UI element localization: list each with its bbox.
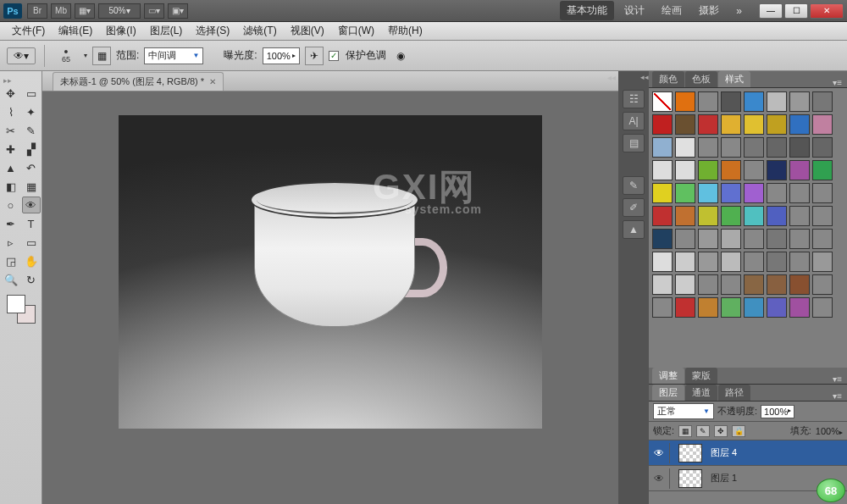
quick-select-tool[interactable]: ✦ [22,103,41,120]
gradient-tool[interactable]: ▦ [22,178,41,195]
menu-select[interactable]: 选择(S) [189,22,236,40]
rotate-view-tool[interactable]: ↻ [22,271,41,288]
style-swatch[interactable] [789,274,810,295]
minimize-button[interactable]: — [759,3,783,19]
style-swatch[interactable] [721,206,741,226]
style-swatch[interactable] [652,137,673,158]
3d-tool[interactable]: ◲ [2,252,20,269]
menu-edit[interactable]: 编辑(E) [52,22,99,40]
fill-input[interactable]: 100%▸ [816,426,843,436]
style-swatch[interactable] [652,229,673,249]
style-swatch[interactable] [767,183,787,203]
style-swatch[interactable] [767,274,787,295]
panel-collapse-left[interactable]: ◂◂ [607,73,616,82]
stamp-tool[interactable]: ▲ [2,159,20,176]
tab-layers[interactable]: 图层 [652,385,684,401]
marquee-tool[interactable]: ▭ [22,85,41,102]
tab-styles[interactable]: 样式 [718,71,750,87]
style-swatch[interactable] [698,274,718,295]
lock-position-icon[interactable]: ✥ [714,425,728,437]
style-swatch[interactable] [721,91,741,112]
hand-tool[interactable]: ✋ [22,252,41,269]
style-swatch[interactable] [675,252,695,272]
minibridge-button[interactable]: Mb [51,3,71,19]
style-swatch[interactable] [652,183,673,203]
toolbox-collapse[interactable]: ▸▸ [0,76,12,85]
tab-adjustments[interactable]: 调整 [652,368,684,384]
style-swatch[interactable] [744,183,764,203]
style-swatch[interactable] [812,91,833,112]
shape-tool[interactable]: ▭ [22,234,41,251]
style-swatch[interactable] [652,252,673,272]
brush-presets-icon[interactable]: ✐ [623,198,645,217]
style-swatch[interactable] [789,114,810,135]
style-swatch[interactable] [744,91,764,112]
brush-preset-picker[interactable]: •65 [53,45,79,67]
panel-menu-icon[interactable]: ▾≡ [833,78,847,87]
style-swatch[interactable] [652,91,673,112]
style-swatch[interactable] [698,229,718,249]
color-swatches[interactable] [7,295,36,324]
menu-layer[interactable]: 图层(L) [143,22,190,40]
blur-tool[interactable]: ○ [2,197,20,213]
opacity-input[interactable]: 100%▸ [761,405,794,418]
lock-transparency-icon[interactable]: ▦ [678,425,692,437]
panel-collapse-right[interactable]: ◂◂ [640,73,649,81]
workspace-photography[interactable]: 摄影 [692,1,726,20]
style-swatch[interactable] [744,160,764,180]
style-swatch[interactable] [675,137,695,158]
current-tool-preset[interactable]: 👁▾ [7,47,36,64]
close-button[interactable]: ✕ [810,3,844,19]
lock-pixels-icon[interactable]: ✎ [696,425,710,437]
style-swatch[interactable] [652,297,673,318]
zoom-dropdown[interactable]: 50% ▾ [98,3,141,19]
clone-source-icon[interactable]: ▲ [623,220,645,239]
style-swatch[interactable] [721,137,741,158]
style-swatch[interactable] [744,206,764,226]
style-swatch[interactable] [789,160,810,180]
tab-masks[interactable]: 蒙版 [685,368,717,384]
document-tab[interactable]: 未标题-1 @ 50% (图层 4, RGB/8) * ✕ [53,72,224,91]
style-swatch[interactable] [789,252,810,272]
style-swatch[interactable] [675,206,695,226]
eraser-tool[interactable]: ◧ [2,178,20,195]
history-brush-tool[interactable]: ↶ [22,159,41,176]
layer-visibility-icon[interactable]: 👁 [652,473,666,485]
style-swatch[interactable] [675,114,695,135]
adjust-panel-menu-icon[interactable]: ▾≡ [833,374,847,384]
move-tool[interactable]: ✥ [2,85,20,102]
style-swatch[interactable] [767,252,787,272]
protect-tones-checkbox[interactable]: ✓ [329,51,339,61]
tab-channels[interactable]: 通道 [685,385,717,401]
style-swatch[interactable] [721,160,741,180]
style-swatch[interactable] [721,183,741,203]
workspace-more[interactable]: » [729,3,749,19]
style-swatch[interactable] [744,137,764,158]
bridge-button[interactable]: Br [27,3,47,19]
style-swatch[interactable] [812,252,833,272]
style-swatch[interactable] [789,137,810,158]
lock-all-icon[interactable]: 🔒 [732,425,745,437]
style-swatch[interactable] [721,114,741,135]
workspace-painting[interactable]: 绘画 [655,1,689,20]
view-extras-button[interactable]: ▦▾ [75,3,95,19]
canvas[interactable]: GXI网 system.com [119,115,542,429]
style-swatch[interactable] [767,160,787,180]
blend-mode-select[interactable]: 正常▼ [653,403,714,419]
canvas-viewport[interactable]: GXI网 system.com [42,91,618,504]
style-swatch[interactable] [675,274,695,295]
style-swatch[interactable] [812,114,833,135]
style-swatch[interactable] [789,183,810,203]
layers-panel-menu-icon[interactable]: ▾≡ [833,391,847,401]
style-swatch[interactable] [652,160,673,180]
menu-filter[interactable]: 滤镜(T) [236,22,283,40]
style-swatch[interactable] [698,206,718,226]
style-swatch[interactable] [652,114,673,135]
eyedropper-tool[interactable]: ✎ [22,122,41,139]
style-swatch[interactable] [744,114,764,135]
style-swatch[interactable] [721,252,741,272]
style-swatch[interactable] [789,297,810,318]
menu-file[interactable]: 文件(F) [5,22,52,40]
style-swatch[interactable] [744,297,764,318]
style-swatch[interactable] [812,160,833,180]
